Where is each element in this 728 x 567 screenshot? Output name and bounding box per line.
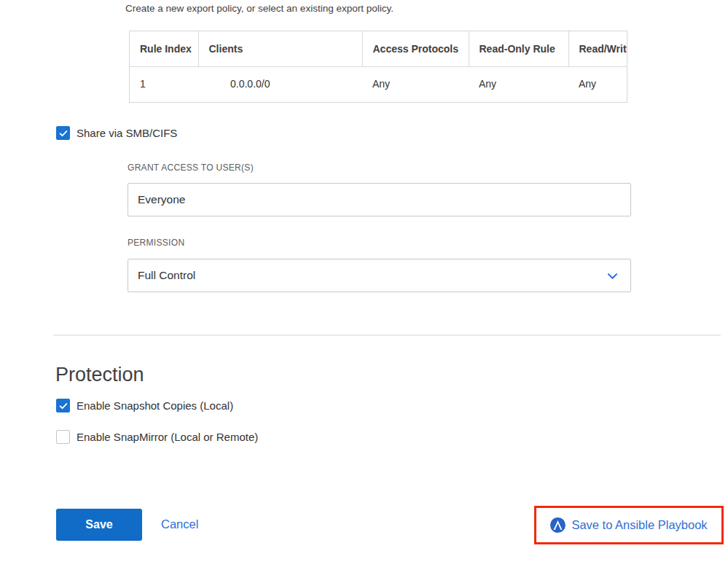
- snapmirror-label: Enable SnapMirror (Local or Remote): [77, 431, 258, 443]
- cell-access-protocols: Any: [362, 66, 469, 101]
- cell-read-write-rule: Any: [568, 66, 627, 101]
- chevron-down-icon: [606, 269, 619, 283]
- smb-checkbox[interactable]: [56, 126, 70, 140]
- permission-label: PERMISSION: [128, 238, 184, 248]
- permission-selected-value: Full Control: [138, 269, 195, 282]
- col-header-access-protocols: Access Protocols: [362, 31, 469, 66]
- ansible-button-label: Save to Ansible Playbook: [571, 518, 707, 532]
- snapshot-copies-label: Enable Snapshot Copies (Local): [77, 399, 233, 412]
- cell-read-only-rule: Any: [469, 66, 568, 101]
- snapmirror-checkbox[interactable]: [56, 430, 70, 444]
- snapshot-copies-checkbox[interactable]: [56, 399, 70, 412]
- snapmirror-checkbox-row[interactable]: Enable SnapMirror (Local or Remote): [56, 430, 258, 444]
- table-row[interactable]: 1 0.0.0.0/0 Any Any Any: [130, 66, 627, 101]
- save-button[interactable]: Save: [56, 509, 142, 541]
- grant-access-input[interactable]: [128, 183, 631, 216]
- ansible-icon: [550, 517, 565, 533]
- cancel-button[interactable]: Cancel: [161, 517, 198, 531]
- check-icon: [58, 401, 69, 411]
- protection-title: Protection: [55, 364, 144, 386]
- export-policy-instruction: Create a new export policy, or select an…: [125, 3, 394, 14]
- col-header-rule-index: Rule Index: [130, 31, 198, 66]
- check-icon: [58, 128, 69, 138]
- export-policy-table: Rule Index Clients Access Protocols Read…: [129, 31, 627, 103]
- table-header-row: Rule Index Clients Access Protocols Read…: [130, 31, 627, 66]
- ansible-highlight-box: Save to Ansible Playbook: [534, 506, 724, 544]
- smb-checkbox-row[interactable]: Share via SMB/CIFS: [56, 126, 177, 140]
- smb-checkbox-label: Share via SMB/CIFS: [77, 127, 177, 139]
- cell-rule-index: 1: [130, 66, 198, 101]
- section-divider: [53, 335, 721, 336]
- permission-select[interactable]: Full Control: [128, 259, 631, 292]
- col-header-read-write-rule: Read/Write Rule: [568, 31, 627, 66]
- grant-access-label: GRANT ACCESS TO USER(S): [128, 163, 254, 173]
- save-to-ansible-button[interactable]: Save to Ansible Playbook: [550, 517, 707, 533]
- snapshot-copies-checkbox-row[interactable]: Enable Snapshot Copies (Local): [56, 399, 233, 412]
- cell-clients: 0.0.0.0/0: [198, 66, 362, 101]
- col-header-read-only-rule: Read-Only Rule: [469, 31, 568, 66]
- col-header-clients: Clients: [198, 31, 362, 66]
